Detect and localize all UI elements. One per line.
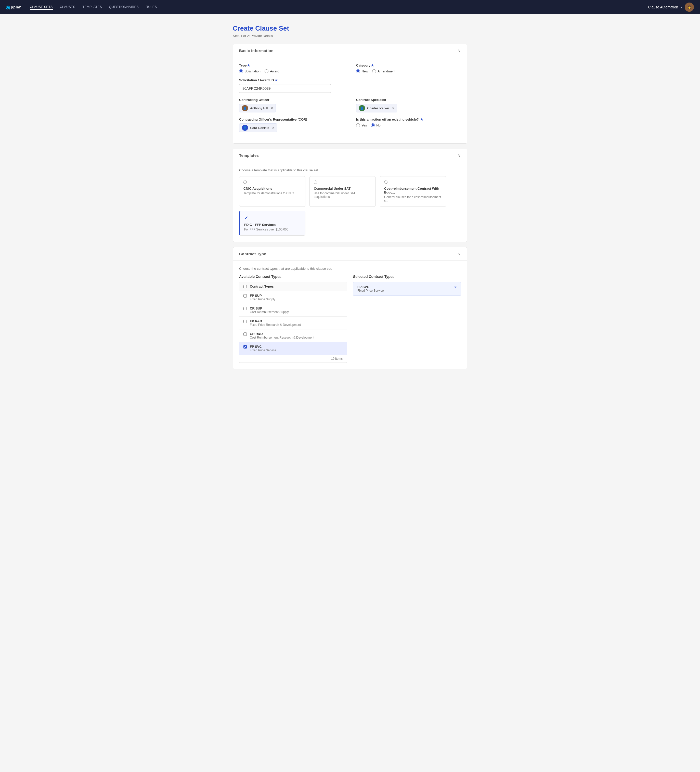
nav-templates[interactable]: TEMPLATES xyxy=(82,5,102,10)
template-commercial-radio-wrap xyxy=(314,180,371,185)
contract-fp-sup-checkbox[interactable] xyxy=(244,294,247,298)
basic-info-chevron-icon: ∨ xyxy=(458,48,461,53)
type-solicitation-radio[interactable] xyxy=(239,69,243,73)
contract-type-title: Contract Type xyxy=(239,252,266,256)
navbar: a ppian CLAUSE SETS CLAUSES TEMPLATES QU… xyxy=(0,0,700,14)
category-amendment-option[interactable]: Amendment xyxy=(372,69,395,73)
template-cnic-radio-wrap xyxy=(244,180,301,185)
template-commercial-desc: Use for commercial under SAT acquisition… xyxy=(314,191,371,199)
existing-vehicle-group: Is this an action off an existing vehicl… xyxy=(356,118,461,132)
type-radio-group: Solicitation Award xyxy=(239,69,344,73)
contract-cr-rd-name: CR R&D xyxy=(250,332,314,336)
dropdown-chevron-icon[interactable]: ▾ xyxy=(680,6,682,9)
contract-specialist-group: Contract Specialist 👤 Charles Parker × xyxy=(356,98,461,113)
contract-header-text: Contract Types xyxy=(250,285,274,288)
contract-type-header[interactable]: Contract Type ∨ xyxy=(233,247,467,260)
contract-fp-rd-checkbox[interactable] xyxy=(244,320,247,323)
app-name[interactable]: Clause Automation xyxy=(648,5,678,9)
template-cost-reimb[interactable]: Cost-reimbursement Contract With Educ...… xyxy=(380,176,446,207)
type-award-radio[interactable] xyxy=(265,69,268,73)
selected-fp-svc-remove-button[interactable]: × xyxy=(455,285,456,289)
template-cost-reimb-name: Cost-reimbursement Contract With Educ... xyxy=(384,186,442,194)
template-fdic[interactable]: ✔ FDIC - FFP Services For FFP Services o… xyxy=(239,211,306,236)
contract-fp-svc-desc: Fixed Price Service xyxy=(250,348,276,352)
selected-title: Selected Contract Types xyxy=(353,275,461,279)
templates-header[interactable]: Templates ∨ xyxy=(233,149,467,162)
contract-cr-sup-text: CR SUP Cost Reimbursement Supply xyxy=(250,306,289,314)
category-new-radio[interactable] xyxy=(356,69,360,73)
template-grid: CNIC Acquisitions Template for demonstra… xyxy=(239,176,461,236)
contract-type-hint: Choose the contract types that are appli… xyxy=(239,267,461,270)
template-commercial[interactable]: Commercial Under SAT Use for commercial … xyxy=(309,176,376,207)
contract-cr-rd-row: CR R&D Cost Reimbursement Research & Dev… xyxy=(239,329,347,342)
contract-fp-sup-text: FP SUP Fixed Price Supply xyxy=(250,294,275,301)
contract-specialist-tag: 👤 Charles Parker × xyxy=(356,104,397,113)
contract-specialist-name: Charles Parker xyxy=(367,106,389,110)
category-new-option[interactable]: New xyxy=(356,69,368,73)
contract-fp-sup-desc: Fixed Price Supply xyxy=(250,298,275,301)
template-cnic[interactable]: CNIC Acquisitions Template for demonstra… xyxy=(239,176,306,207)
existing-vehicle-no-option[interactable]: No xyxy=(371,123,381,127)
selected-fp-svc-desc: Fixed Price Service xyxy=(357,289,384,293)
type-award-label: Award xyxy=(270,69,280,73)
category-label: Category★ xyxy=(356,64,461,67)
template-fdic-name: FDIC - FFP Services xyxy=(244,223,301,227)
existing-vehicle-yes-option[interactable]: Yes xyxy=(356,123,367,127)
items-count: 19 items xyxy=(239,355,347,363)
contract-type-section: Contract Type ∨ Choose the contract type… xyxy=(233,247,467,369)
type-required-star: ★ xyxy=(247,64,250,67)
contract-fp-rd-name: FP R&D xyxy=(250,319,301,323)
type-category-row: Type★ Solicitation Award xyxy=(239,64,461,73)
contract-fp-svc-checkbox[interactable] xyxy=(244,345,247,348)
page-title: Create Clause Set xyxy=(233,25,467,33)
type-solicitation-option[interactable]: Solicitation xyxy=(239,69,260,73)
category-amendment-radio[interactable] xyxy=(372,69,376,73)
existing-vehicle-yes-radio[interactable] xyxy=(356,123,360,127)
solicitation-input[interactable] xyxy=(239,84,331,93)
contract-cr-sup-row: CR SUP Cost Reimbursement Supply xyxy=(239,304,347,317)
selected-fp-svc-name: FP SVC xyxy=(357,285,384,289)
contract-cr-rd-checkbox[interactable] xyxy=(244,332,247,336)
contract-list: Contract Types FP SUP Fixed Price Supply xyxy=(239,282,347,355)
basic-info-title: Basic Information xyxy=(239,48,273,53)
category-radio-group: New Amendment xyxy=(356,69,461,73)
type-award-option[interactable]: Award xyxy=(265,69,280,73)
category-required-star: ★ xyxy=(371,64,374,67)
contracting-officer-label: Contracting Officer xyxy=(239,98,344,102)
nav-clauses[interactable]: CLAUSES xyxy=(60,5,75,10)
template-cost-reimb-radio[interactable] xyxy=(384,180,388,184)
nav-clause-sets[interactable]: CLAUSE SETS xyxy=(30,5,53,10)
avatar-initials: 👩 xyxy=(687,5,691,9)
contract-header-checkbox[interactable] xyxy=(244,285,247,288)
logo-icon: a xyxy=(6,3,10,11)
cor-remove-button[interactable]: × xyxy=(272,126,274,130)
template-commercial-radio[interactable] xyxy=(314,180,317,184)
existing-vehicle-no-radio[interactable] xyxy=(371,123,375,127)
contract-fp-svc-name: FP SVC xyxy=(250,345,276,348)
nav-questionnaires[interactable]: QUESTIONNAIRES xyxy=(109,5,139,10)
category-amendment-label: Amendment xyxy=(378,69,395,73)
contract-header-name: Contract Types xyxy=(250,285,274,288)
contract-type-body: Choose the contract types that are appli… xyxy=(233,260,467,369)
solicitation-label: Solicitation / Award ID★ xyxy=(239,78,461,82)
templates-body: Choose a template that is applicable to … xyxy=(233,162,467,242)
contract-specialist-remove-button[interactable]: × xyxy=(393,106,394,110)
contract-fp-rd-text: FP R&D Fixed Price Research & Developmen… xyxy=(250,319,301,327)
contract-cr-sup-checkbox[interactable] xyxy=(244,307,247,310)
nav-rules[interactable]: RULES xyxy=(146,5,157,10)
contract-fp-svc-text: FP SVC Fixed Price Service xyxy=(250,345,276,352)
user-avatar[interactable]: 👩 xyxy=(685,3,694,12)
cor-label: Contracting Officer's Representative (CO… xyxy=(239,118,344,121)
solicitation-required-star: ★ xyxy=(275,78,278,82)
contracting-officer-avatar: 👤 xyxy=(242,105,248,111)
contract-fp-sup-row: FP SUP Fixed Price Supply xyxy=(239,291,347,304)
contract-type-layout: Available Contract Types Contract Types xyxy=(239,275,461,363)
navbar-right: Clause Automation ▾ 👩 xyxy=(648,3,694,12)
contracting-officer-remove-button[interactable]: × xyxy=(271,106,273,110)
contract-type-chevron-icon: ∨ xyxy=(458,251,461,256)
templates-chevron-icon: ∨ xyxy=(458,153,461,158)
existing-vehicle-yes-label: Yes xyxy=(361,123,367,127)
basic-info-header[interactable]: Basic Information ∨ xyxy=(233,44,467,57)
basic-info-section: Basic Information ∨ Type★ Solicitation xyxy=(233,44,467,144)
template-cnic-radio[interactable] xyxy=(244,180,247,184)
